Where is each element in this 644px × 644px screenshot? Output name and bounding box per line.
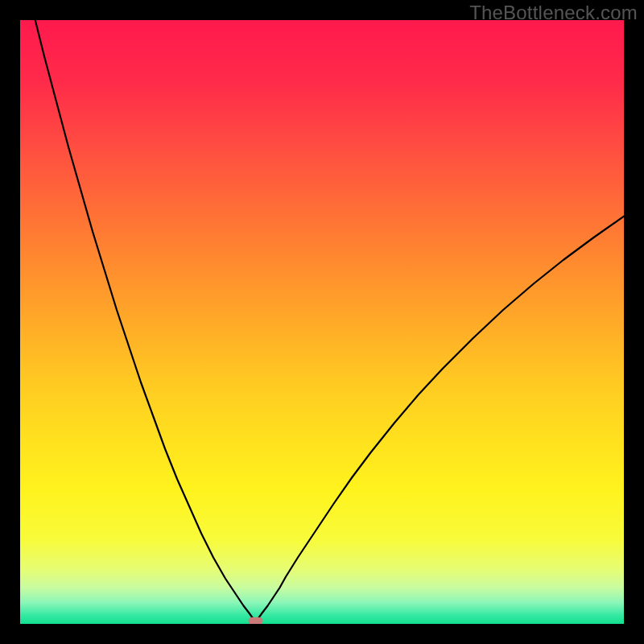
chart-svg	[20, 20, 624, 624]
gradient-background	[20, 20, 624, 624]
chart-frame: TheBottleneck.com	[0, 0, 644, 644]
minimum-marker	[249, 617, 263, 624]
watermark-label: TheBottleneck.com	[469, 2, 638, 24]
plot-area	[20, 20, 624, 624]
